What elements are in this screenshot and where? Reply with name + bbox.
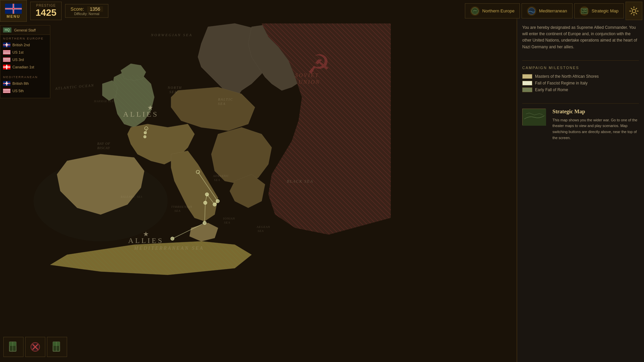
svg-text:MEDITERRANEAN SEA: MEDITERRANEAN SEA [134, 246, 204, 251]
left-sidebar: HQ General Staff NORTHERN EUROPE British… [0, 25, 50, 98]
bottom-btn-cancel[interactable] [25, 337, 45, 357]
army-british8th-label: British 8th [12, 81, 29, 85]
mediterranean-icon [527, 6, 536, 16]
milestone-badge-2 [522, 81, 532, 85]
army-canadian1st-label: Canadian 1st [12, 65, 34, 69]
svg-text:★: ★ [147, 104, 153, 111]
strategic-map-thumbnail[interactable] [522, 109, 546, 125]
score-value: 1356 [87, 6, 103, 12]
svg-text:BALTIC: BALTIC [218, 98, 233, 101]
uk-flag-canadian [3, 65, 10, 69]
svg-text:SEA: SEA [224, 221, 230, 224]
tab-strategic-map[interactable]: Strategic Map [574, 3, 624, 18]
campaign-milestones-header: CAMPAIGN MILESTONES [522, 60, 639, 70]
svg-text:BAY OF: BAY OF [97, 142, 110, 145]
strategic-map-icon [580, 6, 589, 16]
svg-point-19 [213, 203, 216, 206]
svg-text:SOVIET: SOVIET [295, 72, 319, 78]
northern-europe-section-header: NORTHERN EUROPE [0, 35, 50, 41]
svg-text:BLACK SEA: BLACK SEA [287, 179, 313, 184]
strategic-map-section: Strategic Map This map shows you the wid… [522, 103, 639, 141]
svg-text:MARMAR SEA: MARMAR SEA [94, 100, 114, 103]
svg-text:SEA: SEA [169, 90, 177, 94]
tab-mediterranean[interactable]: Mediterranean [522, 3, 573, 18]
svg-text:SEA: SEA [218, 102, 226, 106]
milestone-2: Fall of Fascist Regime in Italy [522, 80, 639, 86]
difficulty-line: Difficulty: Normal [70, 12, 103, 16]
svg-point-17 [204, 201, 207, 204]
hq-badge: HQ [3, 27, 11, 33]
army-us3rd-label: US 3rd [12, 58, 24, 62]
svg-rect-51 [581, 8, 587, 14]
svg-text:⚑: ⚑ [11, 352, 14, 353]
svg-text:ADRIATIC: ADRIATIC [213, 174, 229, 178]
army-us-3rd[interactable]: US 3rd [0, 56, 50, 63]
svg-text:SEA: SEA [214, 178, 220, 182]
svg-point-8 [144, 135, 146, 138]
svg-text:UNION: UNION [299, 79, 320, 85]
top-bar: MENU PRESTIGE 1425 Score: 1356 Difficult… [0, 0, 644, 22]
score-box: Score: 1356 Difficulty: Normal [65, 4, 108, 18]
milestone-badge-1 [522, 74, 532, 79]
svg-text:SEA: SEA [258, 229, 264, 233]
svg-point-7 [144, 131, 147, 134]
army-canadian-1st[interactable]: Canadian 1st [0, 63, 50, 71]
menu-button[interactable]: MENU [0, 0, 27, 22]
army-us-1st[interactable]: US 1st [0, 49, 50, 56]
milestone-1: Masters of the North African Shores [522, 73, 639, 80]
map-container[interactable]: ☭ NORWEGIAN SEA ATLANTIC OCEAN NORTH SEA… [0, 0, 391, 362]
mediterranean-section-header: MEDITERRANEAN [0, 73, 50, 80]
settings-button[interactable] [626, 2, 642, 20]
bottom-btn-1[interactable]: ⚑ [3, 337, 23, 357]
northern-europe-icon [470, 6, 480, 16]
svg-text:AEGEAN: AEGEAN [256, 225, 270, 229]
milestone-badge-3 [522, 87, 532, 92]
svg-point-16 [203, 221, 206, 225]
svg-text:BISCAY: BISCAY [97, 146, 110, 150]
uk-flag-british2nd [3, 43, 10, 47]
army-british-8th[interactable]: British 8th [0, 80, 50, 87]
uk-flag-british8th [3, 81, 10, 86]
us-flag-1st [3, 50, 10, 55]
prestige-value: 1425 [36, 7, 56, 18]
army-us5th-label: US 5th [12, 89, 24, 93]
nav-tabs: Northern Europe Mediterranean Strategic … [465, 3, 644, 18]
svg-point-52 [632, 9, 636, 13]
bottom-controls: ⚑ [3, 337, 67, 357]
svg-text:TYRRHENIAN: TYRRHENIAN [171, 205, 193, 208]
army-british2nd-label: British 2nd [12, 43, 30, 47]
prestige-label: PRESTIGE [36, 4, 56, 7]
strategic-map-title: Strategic Map [552, 109, 639, 115]
milestone-text-3: Early Fall of Rome [535, 87, 568, 92]
svg-point-15 [171, 237, 174, 240]
us-flag-5th [3, 88, 10, 93]
right-panel: Victory in the West 1943-45 You are here… [517, 0, 644, 362]
svg-point-20 [216, 199, 219, 203]
bottom-btn-3[interactable] [47, 337, 67, 357]
milestone-text-2: Fall of Fascist Regime in Italy [535, 81, 588, 85]
svg-point-18 [205, 193, 209, 196]
menu-label: MENU [7, 14, 20, 18]
northern-europe-label: Northern Europe [482, 8, 515, 13]
svg-text:NORWEGIAN SEA: NORWEGIAN SEA [151, 33, 193, 37]
us-flag-3rd [3, 57, 10, 62]
army-us1st-label: US 1st [12, 50, 23, 54]
mediterranean-label: Mediterranean [539, 8, 567, 13]
svg-text:IONIAN: IONIAN [223, 217, 235, 220]
milestone-text-1: Masters of the North African Shores [535, 74, 599, 79]
svg-text:NORTH: NORTH [167, 86, 182, 89]
svg-text:★: ★ [143, 230, 149, 238]
tab-northern-europe[interactable]: Northern Europe [465, 3, 520, 18]
panel-description: You are hereby designated as Supreme All… [522, 24, 639, 50]
strategic-map-label: Strategic Map [592, 8, 619, 13]
svg-text:SEA: SEA [174, 209, 181, 213]
army-us-5th[interactable]: US 5th [0, 87, 50, 95]
hq-label: General Staff [14, 28, 36, 32]
hq-bar: HQ General Staff [0, 25, 50, 35]
svg-text:BALEARIC SEA: BALEARIC SEA [121, 195, 143, 198]
army-british-2nd[interactable]: British 2nd [0, 41, 50, 49]
milestone-3: Early Fall of Rome [522, 86, 639, 93]
score-label: Score: [70, 6, 84, 12]
svg-point-50 [528, 8, 535, 14]
prestige-box: PRESTIGE 1425 [30, 2, 62, 20]
